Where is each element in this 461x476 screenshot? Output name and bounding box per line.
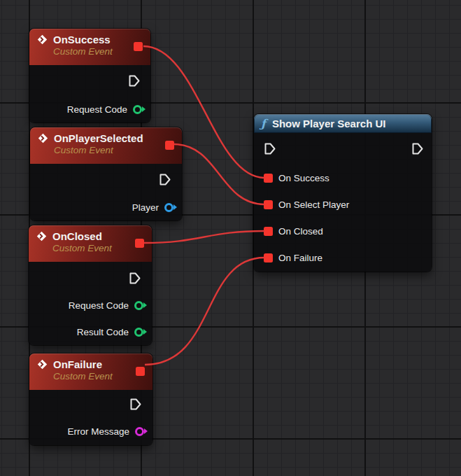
wire-onplayerselected[interactable]: [174, 144, 264, 204]
node-header-onplayerselected[interactable]: OnPlayerSelected Custom Event: [30, 127, 182, 164]
pin-label-request-code: Request Code: [69, 300, 129, 311]
function-icon: ƒ: [261, 118, 266, 130]
delegate-out-pin[interactable]: [134, 42, 143, 51]
int-out-pin-request-code[interactable]: [134, 301, 143, 310]
wire-onfailure[interactable]: [145, 258, 264, 365]
node-title: OnClosed: [52, 230, 102, 242]
node-onsuccess[interactable]: OnSuccess Custom Event Request Code: [29, 29, 150, 122]
node-subtitle: Custom Event: [53, 371, 146, 382]
custom-event-icon: [37, 132, 49, 144]
delegate-in-pin-on-failure[interactable]: [264, 253, 273, 262]
node-subtitle: Custom Event: [54, 145, 175, 155]
delegate-out-pin[interactable]: [136, 367, 145, 376]
delegate-in-pin-on-success[interactable]: [264, 174, 273, 183]
node-title: OnSuccess: [53, 34, 111, 46]
node-title: Show Player Search UI: [272, 118, 386, 130]
node-title: OnFailure: [53, 358, 102, 370]
exec-out-pin[interactable]: [127, 74, 141, 88]
node-header-onsuccess[interactable]: OnSuccess Custom Event: [29, 29, 150, 65]
node-subtitle: Custom Event: [52, 243, 145, 253]
string-out-pin-error-message[interactable]: [135, 427, 144, 436]
object-out-pin-player[interactable]: [164, 203, 173, 212]
exec-out-pin[interactable]: [158, 173, 171, 186]
node-header-onclosed[interactable]: OnClosed Custom Event: [29, 225, 152, 262]
pin-label-on-select-player: On Select Player: [278, 200, 349, 210]
pin-label-player: Player: [132, 202, 159, 213]
delegate-in-pin-on-closed[interactable]: [264, 227, 273, 236]
node-header-onfailure[interactable]: OnFailure Custom Event: [29, 354, 153, 390]
custom-event-icon: [36, 358, 48, 370]
pin-label-on-closed: On Closed: [278, 226, 323, 237]
pin-label-on-success: On Success: [278, 173, 329, 183]
blueprint-graph-canvas[interactable]: OnSuccess Custom Event Request Code OnPl…: [0, 0, 461, 476]
delegate-in-pin-on-select-player[interactable]: [264, 200, 273, 209]
exec-in-pin[interactable]: [263, 142, 276, 155]
pin-label-on-failure: On Failure: [278, 253, 322, 263]
exec-out-pin[interactable]: [129, 398, 142, 411]
wire-onclosed[interactable]: [144, 231, 264, 243]
pin-label-result-code: Result Code: [77, 327, 129, 337]
delegate-out-pin[interactable]: [135, 239, 144, 248]
node-header-show-player-search-ui[interactable]: ƒ Show Player Search UI: [254, 114, 432, 133]
custom-event-icon: [36, 34, 48, 46]
node-onfailure[interactable]: OnFailure Custom Event Error Message: [29, 354, 153, 445]
delegate-out-pin[interactable]: [165, 141, 174, 150]
pin-label-error-message: Error Message: [67, 426, 129, 437]
exec-out-pin[interactable]: [411, 142, 424, 155]
custom-event-icon: [36, 230, 48, 242]
node-onplayerselected[interactable]: OnPlayerSelected Custom Event Player: [30, 127, 182, 220]
node-title: OnPlayerSelected: [54, 132, 143, 144]
pin-label-request-code: Request Code: [67, 104, 127, 115]
exec-out-pin[interactable]: [128, 272, 141, 285]
node-onclosed[interactable]: OnClosed Custom Event Request Code Resul…: [29, 225, 152, 345]
node-subtitle: Custom Event: [53, 46, 143, 57]
int-out-pin-result-code[interactable]: [134, 328, 143, 337]
node-show-player-search-ui[interactable]: ƒ Show Player Search UI On Success On Se…: [254, 114, 432, 272]
int-out-pin-request-code[interactable]: [133, 105, 142, 114]
